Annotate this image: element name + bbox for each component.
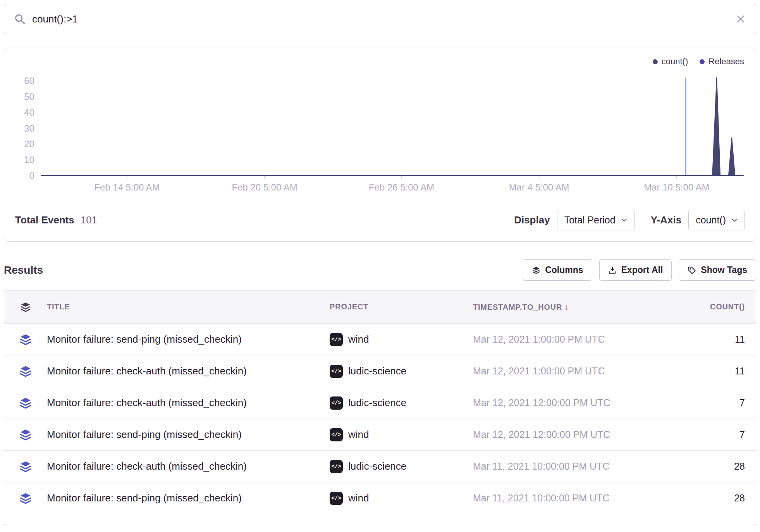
stack-icon[interactable] [19,492,32,505]
column-header-title[interactable]: TITLE [47,302,330,311]
row-title[interactable]: Monitor failure: check-auth (missed_chec… [47,365,330,377]
stack-icon[interactable] [19,428,32,441]
chevron-down-icon [621,217,627,223]
svg-text:Feb 20 5:00 AM: Feb 20 5:00 AM [232,182,297,192]
project-platform-icon: </> [330,365,343,378]
row-project: </> wind [330,428,473,441]
table-row[interactable]: Monitor failure: check-auth (missed_chec… [4,355,756,387]
table-row[interactable]: Monitor failure: check-auth (missed_chec… [4,387,756,419]
table-row[interactable]: Monitor failure: send-ping (missed_check… [4,324,756,355]
row-project: </> wind [330,333,473,346]
search-icon [14,14,25,24]
columns-button[interactable]: Columns [523,259,592,281]
row-count: 28 [679,493,745,504]
row-title[interactable]: Monitor failure: check-auth (missed_chec… [47,397,330,409]
total-events-label: Total Events [15,214,74,226]
row-timestamp: Mar 12, 2021 12:00:00 PM UTC [473,429,679,440]
yaxis-dropdown[interactable]: count() [688,210,745,230]
row-title[interactable]: Monitor failure: send-ping (missed_check… [47,492,330,504]
export-all-button[interactable]: Export All [599,259,672,281]
project-platform-icon: </> [330,396,343,410]
row-title[interactable]: Monitor failure: check-auth (missed_chec… [47,460,330,472]
column-header-project[interactable]: PROJECT [330,302,473,311]
chevron-down-icon [731,217,738,223]
total-events: Total Events 101 [15,214,97,226]
svg-text:0: 0 [29,170,34,181]
svg-text:Mar 4 5:00 AM: Mar 4 5:00 AM [509,182,569,192]
row-timestamp: Mar 12, 2021 1:00:00 PM UTC [473,366,679,377]
events-chart[interactable]: 0102030405060Feb 14 5:00 AMFeb 20 5:00 A… [14,68,746,204]
svg-text:20: 20 [24,139,34,149]
show-tags-button-label: Show Tags [701,265,747,275]
legend-label: Releases [708,57,744,67]
yaxis-label: Y-Axis [651,214,682,226]
chart-svg: 0102030405060Feb 14 5:00 AMFeb 20 5:00 A… [14,68,746,204]
yaxis-dropdown-value: count() [696,215,726,226]
show-tags-button[interactable]: Show Tags [679,259,756,281]
stack-icon[interactable] [19,460,32,473]
row-count: 7 [679,429,745,440]
stack-icon[interactable] [19,333,32,346]
export-all-button-label: Export All [621,265,663,275]
row-project: </> ludic-science [330,460,473,473]
search-bar [4,4,756,34]
row-project: </> wind [330,492,473,505]
download-icon [608,266,617,275]
stack-column-header [4,301,47,313]
layers-icon [20,301,31,313]
chart-legend: count() Releases [14,55,746,68]
tag-icon [688,266,696,275]
columns-button-label: Columns [545,265,583,275]
legend-item-count[interactable]: count() [653,57,688,67]
row-count: 28 [679,461,745,472]
row-timestamp: Mar 11, 2021 10:00:00 PM UTC [473,461,679,472]
column-header-count[interactable]: COUNT() [679,302,745,311]
table-row[interactable]: Monitor failure: send-ping (missed_check… [4,482,756,514]
project-name: ludic-science [348,365,406,377]
project-name: ludic-science [348,397,406,409]
row-count: 11 [679,334,745,345]
sort-desc-icon: ↓ [564,302,569,312]
row-project: </> ludic-science [330,396,473,410]
svg-text:30: 30 [24,123,34,134]
total-events-value: 101 [81,214,97,226]
table-footer [4,514,756,526]
stack-icon[interactable] [19,365,32,378]
legend-item-releases[interactable]: Releases [700,57,744,67]
legend-dot-releases [700,59,705,64]
svg-text:10: 10 [24,154,34,165]
results-heading: Results [4,264,43,276]
svg-text:Mar 10 5:00 AM: Mar 10 5:00 AM [644,182,709,192]
project-name: wind [348,429,369,441]
chart-panel: count() Releases 0102030405060Feb 14 5:0… [4,48,756,242]
column-header-timestamp[interactable]: TIMESTAMP.TO_HOUR↓ [473,302,679,312]
table-row[interactable]: Monitor failure: check-auth (missed_chec… [4,451,756,482]
svg-text:Feb 14 5:00 AM: Feb 14 5:00 AM [94,182,160,192]
legend-dot-count [653,59,658,64]
row-title[interactable]: Monitor failure: send-ping (missed_check… [47,333,330,345]
svg-text:40: 40 [24,107,34,118]
display-dropdown-value: Total Period [564,215,616,226]
table-row[interactable]: Monitor failure: send-ping (missed_check… [4,419,756,451]
row-timestamp: Mar 12, 2021 1:00:00 PM UTC [473,334,679,345]
row-timestamp: Mar 11, 2021 10:00:00 PM UTC [473,493,679,504]
project-name: wind [348,333,369,345]
svg-text:Feb 26 5:00 AM: Feb 26 5:00 AM [369,182,434,192]
project-platform-icon: </> [330,460,343,473]
svg-text:60: 60 [24,76,34,86]
close-icon[interactable] [736,14,746,24]
table-header-row: TITLE PROJECT TIMESTAMP.TO_HOUR↓ COUNT() [4,290,756,324]
row-timestamp: Mar 12, 2021 12:00:00 PM UTC [473,397,679,408]
row-count: 11 [679,366,745,377]
project-platform-icon: </> [330,492,343,505]
project-platform-icon: </> [330,333,343,346]
stack-icon[interactable] [19,396,32,410]
row-title[interactable]: Monitor failure: send-ping (missed_check… [47,429,330,441]
display-label: Display [514,214,550,226]
chart-panel-footer: Total Events 101 Display Total Period Y-… [14,210,746,230]
svg-text:50: 50 [24,91,34,102]
search-input[interactable] [32,13,729,25]
row-project: </> ludic-science [330,365,473,378]
display-dropdown[interactable]: Total Period [557,210,634,230]
legend-label: count() [662,57,688,67]
